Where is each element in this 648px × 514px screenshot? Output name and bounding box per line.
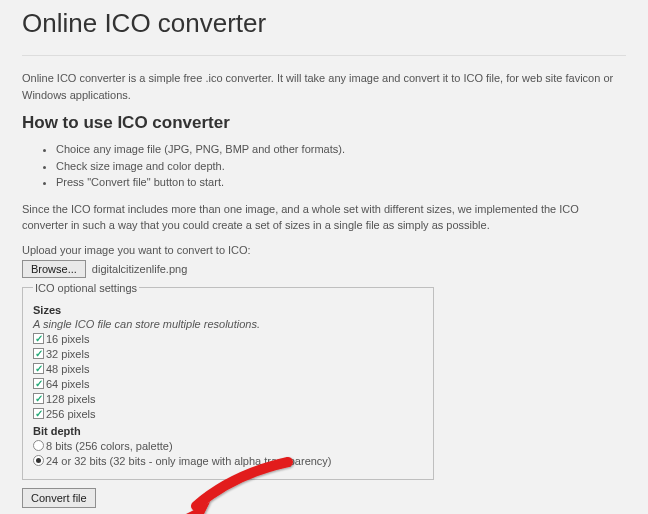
size-label: 32 pixels	[46, 347, 89, 361]
bitdepth-label: 24 or 32 bits (32 bits - only image with…	[46, 454, 332, 468]
size-option[interactable]: 32 pixels	[33, 347, 423, 361]
page-title: Online ICO converter	[22, 8, 626, 47]
steps-list: Choice any image file (JPG, PNG, BMP and…	[22, 141, 626, 191]
size-option[interactable]: 128 pixels	[33, 392, 423, 406]
sizes-subheading: A single ICO file can store multiple res…	[33, 318, 423, 330]
size-label: 64 pixels	[46, 377, 89, 391]
size-option[interactable]: 48 pixels	[33, 362, 423, 376]
settings-fieldset: ICO optional settings Sizes A single ICO…	[22, 282, 434, 480]
sizes-heading: Sizes	[33, 304, 423, 316]
file-input-row: Browse... digitalcitizenlife.png	[22, 260, 626, 278]
checkbox-icon[interactable]	[33, 408, 44, 419]
size-label: 16 pixels	[46, 332, 89, 346]
size-label: 128 pixels	[46, 392, 96, 406]
browse-button[interactable]: Browse...	[22, 260, 86, 278]
checkbox-icon[interactable]	[33, 363, 44, 374]
list-item: Choice any image file (JPG, PNG, BMP and…	[56, 141, 626, 158]
howto-heading: How to use ICO converter	[22, 113, 626, 133]
upload-label: Upload your image you want to convert to…	[22, 244, 626, 256]
bitdepth-heading: Bit depth	[33, 425, 423, 437]
bitdepth-label: 8 bits (256 colors, palette)	[46, 439, 173, 453]
fieldset-legend: ICO optional settings	[33, 282, 139, 294]
list-item: Check size image and color depth.	[56, 158, 626, 175]
radio-icon[interactable]	[33, 455, 44, 466]
size-option[interactable]: 16 pixels	[33, 332, 423, 346]
bitdepth-option[interactable]: 24 or 32 bits (32 bits - only image with…	[33, 454, 423, 468]
divider	[22, 55, 626, 56]
radio-icon[interactable]	[33, 440, 44, 451]
size-option[interactable]: 256 pixels	[33, 407, 423, 421]
checkbox-icon[interactable]	[33, 333, 44, 344]
explain-text: Since the ICO format includes more than …	[22, 201, 626, 234]
intro-text: Online ICO converter is a simple free .i…	[22, 70, 626, 103]
convert-button[interactable]: Convert file	[22, 488, 96, 508]
bitdepth-option[interactable]: 8 bits (256 colors, palette)	[33, 439, 423, 453]
size-label: 48 pixels	[46, 362, 89, 376]
checkbox-icon[interactable]	[33, 378, 44, 389]
size-label: 256 pixels	[46, 407, 96, 421]
checkbox-icon[interactable]	[33, 393, 44, 404]
selected-filename: digitalcitizenlife.png	[92, 263, 187, 275]
checkbox-icon[interactable]	[33, 348, 44, 359]
list-item: Press "Convert file" button to start.	[56, 174, 626, 191]
size-option[interactable]: 64 pixels	[33, 377, 423, 391]
